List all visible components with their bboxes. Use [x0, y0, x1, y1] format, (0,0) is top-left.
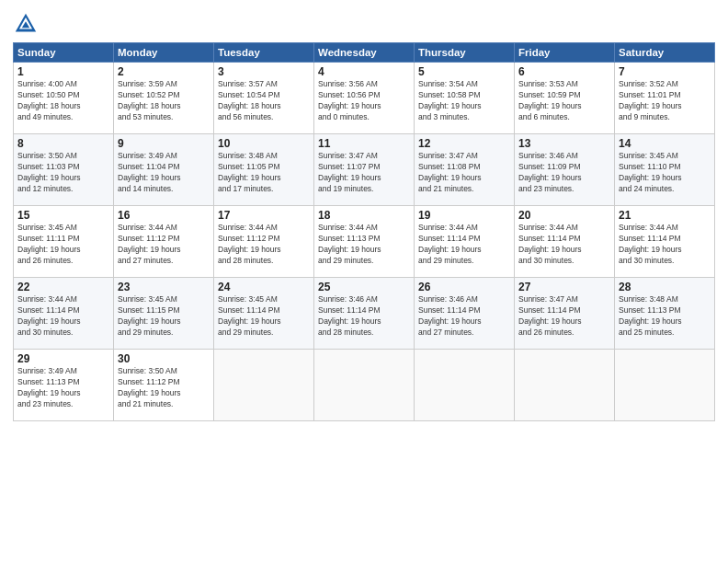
day-info: Sunrise: 3:44 AMSunset: 11:12 PMDaylight…	[118, 223, 210, 267]
day-info: Sunrise: 3:49 AMSunset: 11:04 PMDaylight…	[118, 151, 210, 195]
day-number: 8	[17, 137, 109, 150]
calendar-cell	[314, 350, 415, 421]
day-info: Sunrise: 3:47 AMSunset: 11:08 PMDaylight…	[418, 151, 510, 195]
calendar-cell: 6Sunrise: 3:53 AMSunset: 10:59 PMDayligh…	[515, 63, 615, 134]
day-number: 15	[17, 209, 109, 222]
day-number: 12	[418, 137, 510, 150]
day-number: 20	[518, 209, 610, 222]
calendar-cell: 8Sunrise: 3:50 AMSunset: 11:03 PMDayligh…	[14, 134, 114, 206]
calendar-cell: 12Sunrise: 3:47 AMSunset: 11:08 PMDaylig…	[415, 134, 515, 206]
day-info: Sunrise: 3:44 AMSunset: 11:14 PMDaylight…	[619, 223, 711, 267]
day-number: 16	[118, 209, 210, 222]
day-number: 22	[17, 281, 109, 293]
day-info: Sunrise: 3:46 AMSunset: 11:14 PMDaylight…	[318, 294, 410, 339]
calendar-cell: 7Sunrise: 3:52 AMSunset: 11:01 PMDayligh…	[615, 63, 715, 134]
calendar-cell: 22Sunrise: 3:44 AMSunset: 11:14 PMDaylig…	[14, 278, 114, 350]
weekday-header-friday: Friday	[515, 43, 615, 63]
calendar-cell: 3Sunrise: 3:57 AMSunset: 10:54 PMDayligh…	[214, 63, 314, 134]
day-number: 17	[218, 209, 310, 222]
page: SundayMondayTuesdayWednesdayThursdayFrid…	[0, 0, 728, 563]
day-info: Sunrise: 3:45 AMSunset: 11:14 PMDaylight…	[218, 294, 310, 339]
calendar-cell: 10Sunrise: 3:48 AMSunset: 11:05 PMDaylig…	[214, 134, 314, 206]
day-number: 9	[118, 137, 210, 150]
day-info: Sunrise: 3:54 AMSunset: 10:58 PMDaylight…	[418, 79, 510, 123]
day-info: Sunrise: 3:45 AMSunset: 11:15 PMDaylight…	[118, 294, 210, 339]
calendar-cell	[415, 350, 515, 421]
calendar-cell: 16Sunrise: 3:44 AMSunset: 11:12 PMDaylig…	[114, 206, 214, 278]
day-info: Sunrise: 3:50 AMSunset: 11:12 PMDaylight…	[118, 366, 210, 410]
weekday-header-monday: Monday	[114, 43, 214, 63]
day-info: Sunrise: 3:44 AMSunset: 11:13 PMDaylight…	[318, 223, 410, 267]
calendar-cell: 19Sunrise: 3:44 AMSunset: 11:14 PMDaylig…	[415, 206, 515, 278]
logo-icon	[13, 11, 39, 37]
day-number: 14	[619, 137, 711, 150]
day-number: 10	[218, 137, 310, 150]
calendar-cell	[615, 350, 715, 421]
calendar: SundayMondayTuesdayWednesdayThursdayFrid…	[13, 42, 715, 421]
calendar-cell: 20Sunrise: 3:44 AMSunset: 11:14 PMDaylig…	[515, 206, 615, 278]
day-info: Sunrise: 3:46 AMSunset: 11:09 PMDaylight…	[518, 151, 610, 195]
week-row-1: 1Sunrise: 4:00 AMSunset: 10:50 PMDayligh…	[14, 63, 715, 134]
day-info: Sunrise: 3:47 AMSunset: 11:14 PMDaylight…	[518, 294, 610, 339]
weekday-header-sunday: Sunday	[14, 43, 114, 63]
calendar-cell: 27Sunrise: 3:47 AMSunset: 11:14 PMDaylig…	[515, 278, 615, 350]
logo	[13, 11, 42, 37]
weekday-header-row: SundayMondayTuesdayWednesdayThursdayFrid…	[14, 43, 715, 63]
day-info: Sunrise: 3:57 AMSunset: 10:54 PMDaylight…	[218, 79, 310, 123]
calendar-cell: 25Sunrise: 3:46 AMSunset: 11:14 PMDaylig…	[314, 278, 415, 350]
day-info: Sunrise: 3:45 AMSunset: 11:10 PMDaylight…	[619, 151, 711, 195]
day-number: 1	[17, 65, 109, 78]
calendar-cell: 17Sunrise: 3:44 AMSunset: 11:12 PMDaylig…	[214, 206, 314, 278]
day-number: 6	[518, 65, 610, 78]
calendar-cell: 13Sunrise: 3:46 AMSunset: 11:09 PMDaylig…	[515, 134, 615, 206]
day-number: 3	[218, 65, 310, 78]
day-number: 5	[418, 65, 510, 78]
day-number: 18	[318, 209, 410, 222]
calendar-cell: 18Sunrise: 3:44 AMSunset: 11:13 PMDaylig…	[314, 206, 415, 278]
weekday-header-wednesday: Wednesday	[314, 43, 415, 63]
day-number: 13	[518, 137, 610, 150]
calendar-cell: 21Sunrise: 3:44 AMSunset: 11:14 PMDaylig…	[615, 206, 715, 278]
day-info: Sunrise: 3:59 AMSunset: 10:52 PMDaylight…	[118, 79, 210, 123]
calendar-cell: 1Sunrise: 4:00 AMSunset: 10:50 PMDayligh…	[14, 63, 114, 134]
weekday-header-tuesday: Tuesday	[214, 43, 314, 63]
day-info: Sunrise: 3:44 AMSunset: 11:14 PMDaylight…	[518, 223, 610, 267]
calendar-cell: 29Sunrise: 3:49 AMSunset: 11:13 PMDaylig…	[14, 350, 114, 421]
day-info: Sunrise: 3:50 AMSunset: 11:03 PMDaylight…	[17, 151, 109, 195]
day-number: 7	[619, 65, 711, 78]
day-info: Sunrise: 3:44 AMSunset: 11:14 PMDaylight…	[17, 294, 109, 339]
day-number: 23	[118, 281, 210, 293]
day-info: Sunrise: 3:56 AMSunset: 10:56 PMDaylight…	[318, 79, 410, 123]
day-info: Sunrise: 3:48 AMSunset: 11:05 PMDaylight…	[218, 151, 310, 195]
day-number: 11	[318, 137, 410, 150]
day-info: Sunrise: 4:00 AMSunset: 10:50 PMDaylight…	[17, 79, 109, 123]
calendar-cell: 23Sunrise: 3:45 AMSunset: 11:15 PMDaylig…	[114, 278, 214, 350]
week-row-5: 29Sunrise: 3:49 AMSunset: 11:13 PMDaylig…	[14, 350, 715, 421]
calendar-cell: 5Sunrise: 3:54 AMSunset: 10:58 PMDayligh…	[415, 63, 515, 134]
calendar-cell: 26Sunrise: 3:46 AMSunset: 11:14 PMDaylig…	[415, 278, 515, 350]
day-number: 29	[17, 352, 109, 365]
day-info: Sunrise: 3:53 AMSunset: 10:59 PMDaylight…	[518, 79, 610, 123]
day-number: 2	[118, 65, 210, 78]
header	[13, 11, 715, 37]
day-number: 26	[418, 281, 510, 293]
calendar-cell: 15Sunrise: 3:45 AMSunset: 11:11 PMDaylig…	[14, 206, 114, 278]
day-info: Sunrise: 3:44 AMSunset: 11:12 PMDaylight…	[218, 223, 310, 267]
calendar-cell: 24Sunrise: 3:45 AMSunset: 11:14 PMDaylig…	[214, 278, 314, 350]
day-number: 30	[118, 352, 210, 365]
calendar-cell	[214, 350, 314, 421]
day-number: 27	[518, 281, 610, 293]
week-row-4: 22Sunrise: 3:44 AMSunset: 11:14 PMDaylig…	[14, 278, 715, 350]
day-info: Sunrise: 3:45 AMSunset: 11:11 PMDaylight…	[17, 223, 109, 267]
calendar-cell: 14Sunrise: 3:45 AMSunset: 11:10 PMDaylig…	[615, 134, 715, 206]
calendar-cell: 11Sunrise: 3:47 AMSunset: 11:07 PMDaylig…	[314, 134, 415, 206]
day-info: Sunrise: 3:49 AMSunset: 11:13 PMDaylight…	[17, 366, 109, 410]
day-number: 4	[318, 65, 410, 78]
calendar-cell: 28Sunrise: 3:48 AMSunset: 11:13 PMDaylig…	[615, 278, 715, 350]
calendar-cell: 30Sunrise: 3:50 AMSunset: 11:12 PMDaylig…	[114, 350, 214, 421]
week-row-2: 8Sunrise: 3:50 AMSunset: 11:03 PMDayligh…	[14, 134, 715, 206]
calendar-cell: 4Sunrise: 3:56 AMSunset: 10:56 PMDayligh…	[314, 63, 415, 134]
day-info: Sunrise: 3:46 AMSunset: 11:14 PMDaylight…	[418, 294, 510, 339]
week-row-3: 15Sunrise: 3:45 AMSunset: 11:11 PMDaylig…	[14, 206, 715, 278]
day-info: Sunrise: 3:48 AMSunset: 11:13 PMDaylight…	[619, 294, 711, 339]
